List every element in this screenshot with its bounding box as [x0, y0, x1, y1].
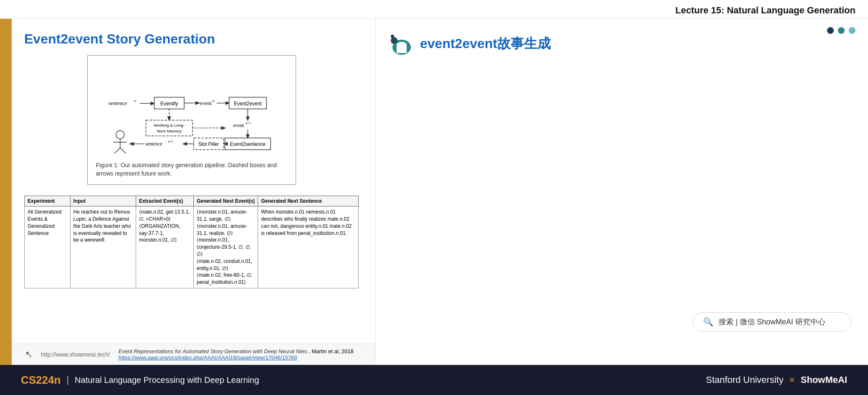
right-panel: event2event故事生成 🔍 搜索 | 微信 ShowMeAI 研究中心: [376, 19, 868, 365]
svg-text:Eventify: Eventify: [160, 101, 178, 107]
svg-text:Event2sentence: Event2sentence: [230, 141, 266, 147]
footer-showme: ShowMeAI: [801, 375, 847, 385]
svg-line-33: [120, 148, 126, 153]
diagram-caption: Figure 1: Our automated story generation…: [96, 161, 287, 178]
svg-text:n: n: [212, 99, 214, 103]
svg-text:sentence: sentence: [108, 100, 127, 106]
col-header-extracted: Extracted Event(s): [136, 196, 193, 206]
citation-bar: ↖ http://www.showmeai.tech/ Event Repres…: [0, 344, 375, 365]
svg-text:n+1: n+1: [245, 121, 251, 125]
cell-generated-sentence: When monster.n.01 nemesis.n.01 describes…: [258, 206, 359, 288]
slide-panel: Event2event Story Generation sentence n …: [0, 19, 376, 365]
col-header-experiment: Experiment: [25, 196, 71, 206]
svg-text:n: n: [134, 99, 136, 103]
right-panel-title: event2event故事生成: [420, 35, 551, 53]
pipeline-diagram: sentence n Eventify event n: [96, 64, 287, 155]
diagram-container: sentence n Eventify event n: [87, 55, 296, 185]
svg-line-32: [114, 148, 120, 153]
citation-content: Event Representations for Automated Stor…: [119, 348, 354, 361]
logo-icon: [388, 31, 413, 56]
search-bar[interactable]: 🔍 搜索 | 微信 ShowMeAI 研究中心: [693, 312, 851, 331]
svg-point-29: [116, 130, 124, 139]
search-icon: 🔍: [703, 317, 714, 327]
footer-divider: |: [66, 375, 69, 385]
nav-dot-2[interactable]: [838, 27, 845, 34]
slide-accent-bar: [0, 19, 12, 365]
svg-text:event: event: [200, 100, 211, 106]
right-header: event2event故事生成: [388, 31, 855, 56]
footer-stanford: Stanford University: [706, 375, 784, 385]
svg-point-36: [391, 35, 394, 38]
svg-text:Slot Filler: Slot Filler: [198, 141, 219, 147]
slide-inner: Event2event Story Generation sentence n …: [12, 19, 375, 344]
svg-text:event: event: [233, 122, 244, 128]
cell-input: He reaches out to Remus Lupin, a Defence…: [70, 206, 136, 288]
svg-text:sentence: sentence: [145, 141, 162, 147]
results-table: Experiment Input Extracted Event(s) Gene…: [24, 196, 359, 288]
svg-point-35: [391, 37, 397, 44]
col-header-input: Input: [70, 196, 136, 206]
cell-extracted: ⟨male.n.02, get-13.5.1, ∅, <CHAR>0⟩⟨ORGA…: [136, 206, 193, 288]
citation-url: http://www.showmeai.tech/: [41, 351, 110, 358]
col-header-generated-events: Generated Next Event(s): [193, 196, 258, 206]
nav-dot-3[interactable]: [849, 27, 855, 34]
svg-text:n+1: n+1: [168, 140, 173, 143]
footer-left: CS224n | Natural Language Processing wit…: [21, 374, 259, 387]
svg-text:Term Memory: Term Memory: [156, 129, 182, 133]
svg-rect-12: [146, 120, 192, 136]
footer: CS224n | Natural Language Processing wit…: [0, 365, 868, 395]
paper-link[interactable]: https://www.aaai.org/ocs/index.php/AAAI/…: [119, 354, 297, 361]
slide-title: Event2event Story Generation: [24, 31, 359, 47]
footer-course: CS224n: [21, 374, 61, 387]
paper-title: Event Representations for Automated Stor…: [119, 348, 307, 354]
svg-text:Event2event: Event2event: [234, 101, 262, 107]
footer-x-symbol: ×: [790, 375, 797, 385]
main-content: Event2event Story Generation sentence n …: [0, 19, 868, 365]
footer-right: Stanford University × ShowMeAI: [706, 375, 847, 385]
footer-subtitle: Natural Language Processing with Deep Le…: [75, 375, 259, 385]
search-label: 搜索 | 微信 ShowMeAI 研究中心: [719, 317, 825, 327]
cursor-icon: ↖: [25, 349, 33, 360]
table-row: All Generalized Events & Generalized Sen…: [25, 206, 359, 288]
col-header-generated-sentence: Generated Next Sentence: [258, 196, 359, 206]
citation-authors: , Martin et al, 2018: [309, 348, 354, 354]
nav-dot-1[interactable]: [827, 27, 834, 34]
svg-text:Working & Long-: Working & Long-: [154, 123, 185, 127]
nav-dots: [827, 27, 855, 34]
cell-generated-events: ⟨monster.n.01, amuse-31.1, sarge, ∅⟩ ⟨mo…: [193, 206, 258, 288]
cell-experiment: All Generalized Events & Generalized Sen…: [25, 206, 71, 288]
lecture-title-bar: Lecture 15: Natural Language Generation: [0, 0, 868, 19]
lecture-title: Lecture 15: Natural Language Generation: [675, 5, 855, 15]
